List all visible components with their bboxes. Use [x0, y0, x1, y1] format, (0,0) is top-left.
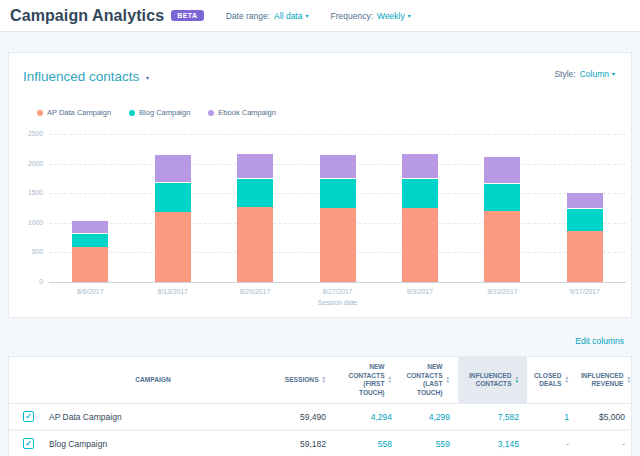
x-axis-tick: 9/3/2017 [380, 288, 460, 295]
chevron-down-icon: ▾ [612, 70, 615, 77]
column-header-influenced_contacts[interactable]: INFLUENCED CONTACTS▲▼ [458, 357, 527, 404]
bar-segment[interactable] [155, 154, 191, 182]
bar-segment[interactable] [155, 182, 191, 212]
chevron-down-icon: ▾ [305, 12, 308, 19]
checkbox-column-header [9, 357, 45, 404]
legend-dot [37, 110, 43, 116]
table-row: ✓Blog Campaign59,1825585593,145-- [9, 430, 633, 456]
influenced_contacts-cell: 3,145 [458, 430, 527, 456]
edit-columns-link[interactable]: Edit columns [575, 336, 624, 346]
checkbox-cell: ✓ [9, 430, 45, 456]
style-picker: Style: Column▾ [554, 69, 615, 79]
bar-segment[interactable] [402, 178, 438, 208]
influenced_contacts-value[interactable]: 7,582 [498, 412, 519, 422]
bar-segment[interactable] [237, 178, 273, 207]
x-axis-tick: 8/27/2017 [298, 288, 378, 295]
row-checkbox[interactable]: ✓ [23, 411, 34, 422]
table-header-row: CAMPAIGNSESSIONS▲▼NEW CONTACTS(FIRST TOU… [9, 357, 633, 404]
column-label: NEW CONTACTS(FIRST TOUCH) [338, 363, 385, 397]
bar-segment[interactable] [72, 233, 108, 248]
closed_deals-cell: 1 [527, 404, 577, 431]
y-axis-tick: 2500 [9, 130, 43, 137]
sessions-cell: 59,490 [265, 404, 334, 431]
influenced_revenue-cell: $5,000 [577, 404, 633, 431]
new_contacts_first-value[interactable]: 558 [378, 439, 392, 449]
edit-columns-row: Edit columns [0, 318, 640, 356]
legend-dot [208, 110, 214, 116]
style-dropdown[interactable]: Column▾ [580, 69, 615, 79]
stacked-column-chart: 050010001500200025008/6/20178/13/20178/2… [9, 125, 631, 313]
new_contacts_last-cell: 559 [400, 430, 458, 456]
new_contacts_first-cell: 558 [334, 430, 400, 456]
bar-segment[interactable] [484, 156, 520, 183]
date-range-label: Date range: [226, 11, 270, 21]
bar-segment[interactable] [402, 153, 438, 178]
column-label: SESSIONS [285, 376, 319, 385]
new_contacts_first-cell: 4,294 [334, 404, 400, 431]
y-axis-tick: 1000 [9, 219, 43, 226]
bar-segment[interactable] [567, 208, 603, 231]
frequency-dropdown[interactable]: Weekly▾ [377, 11, 411, 21]
legend-label: Blog Campaign [139, 108, 190, 117]
x-axis-title: Session date [49, 299, 626, 306]
bar-segment[interactable] [484, 183, 520, 211]
closed_deals-value[interactable]: 1 [564, 412, 569, 422]
bar-segment[interactable] [320, 178, 356, 207]
legend-label: AP Data Campaign [47, 108, 111, 117]
y-axis-tick: 500 [9, 248, 43, 255]
column-header-influenced_revenue[interactable]: INFLUENCED REVENUE▲▼ [577, 357, 633, 404]
bar-segment[interactable] [320, 208, 356, 282]
frequency-control: Frequency: Weekly▾ [330, 11, 410, 21]
column-header-new_contacts_last[interactable]: NEW CONTACTS(LAST TOUCH)▲▼ [400, 357, 458, 404]
bar-segment[interactable] [72, 247, 108, 282]
top-bar: Campaign Analytics BETA Date range: All … [0, 0, 640, 32]
column-label: CAMPAIGN [135, 376, 170, 385]
y-axis-tick: 0 [9, 278, 43, 285]
x-axis-tick: 8/13/2017 [133, 288, 213, 295]
new_contacts_last-value[interactable]: 559 [436, 439, 450, 449]
new_contacts_first-value[interactable]: 4,294 [371, 412, 392, 422]
sort-icon: ▲▼ [627, 376, 631, 384]
bar-segment[interactable] [402, 208, 438, 282]
gridline [49, 134, 626, 135]
bar-segment[interactable] [237, 207, 273, 282]
sort-icon: ▲▼ [322, 376, 326, 384]
date-range-dropdown[interactable]: All data▾ [274, 11, 308, 21]
checkbox-cell: ✓ [9, 404, 45, 431]
legend-item[interactable]: Blog Campaign [129, 108, 190, 117]
influenced_revenue-cell: - [577, 430, 633, 456]
bar-segment[interactable] [237, 153, 273, 178]
bar-segment[interactable] [484, 211, 520, 282]
column-header-sessions[interactable]: SESSIONS▲▼ [265, 357, 334, 404]
column-label: INFLUENCED CONTACTS [462, 372, 512, 389]
closed_deals-cell: - [527, 430, 577, 456]
bar-segment[interactable] [567, 231, 603, 282]
page-title: Campaign Analytics [10, 7, 164, 25]
date-range-control: Date range: All data▾ [226, 11, 309, 21]
campaign-name-cell: AP Data Campaign [45, 404, 265, 431]
table-row: ✓AP Data Campaign59,4904,2944,2997,5821$… [9, 404, 633, 431]
legend-item[interactable]: AP Data Campaign [37, 108, 111, 117]
column-header-campaign: CAMPAIGN [45, 357, 265, 404]
chart-legend: AP Data CampaignBlog CampaignEbook Campa… [37, 108, 276, 117]
influenced_revenue-value: $5,000 [599, 412, 625, 422]
y-axis-tick: 2000 [9, 160, 43, 167]
sort-icon: ▲▼ [565, 376, 569, 384]
influenced_contacts-value[interactable]: 3,145 [498, 439, 519, 449]
bar-segment[interactable] [567, 192, 603, 208]
campaign-table: CAMPAIGNSESSIONS▲▼NEW CONTACTS(FIRST TOU… [9, 357, 633, 456]
frequency-label: Frequency: [330, 11, 373, 21]
chart-metric-dropdown[interactable]: Influenced contacts ▾ [23, 69, 149, 84]
bar-segment[interactable] [72, 220, 108, 232]
column-header-closed_deals[interactable]: CLOSED DEALS▲▼ [527, 357, 577, 404]
sort-icon: ▲▼ [446, 376, 450, 384]
sort-icon: ▲▼ [515, 376, 519, 384]
column-header-new_contacts_first[interactable]: NEW CONTACTS(FIRST TOUCH)▲▼ [334, 357, 400, 404]
bar-segment[interactable] [155, 212, 191, 282]
legend-item[interactable]: Ebook Campaign [208, 108, 276, 117]
new_contacts_last-value[interactable]: 4,299 [429, 412, 450, 422]
bar-segment[interactable] [320, 154, 356, 179]
x-axis-tick: 8/20/2017 [215, 288, 295, 295]
x-axis-tick: 8/6/2017 [50, 288, 130, 295]
row-checkbox[interactable]: ✓ [23, 438, 34, 449]
